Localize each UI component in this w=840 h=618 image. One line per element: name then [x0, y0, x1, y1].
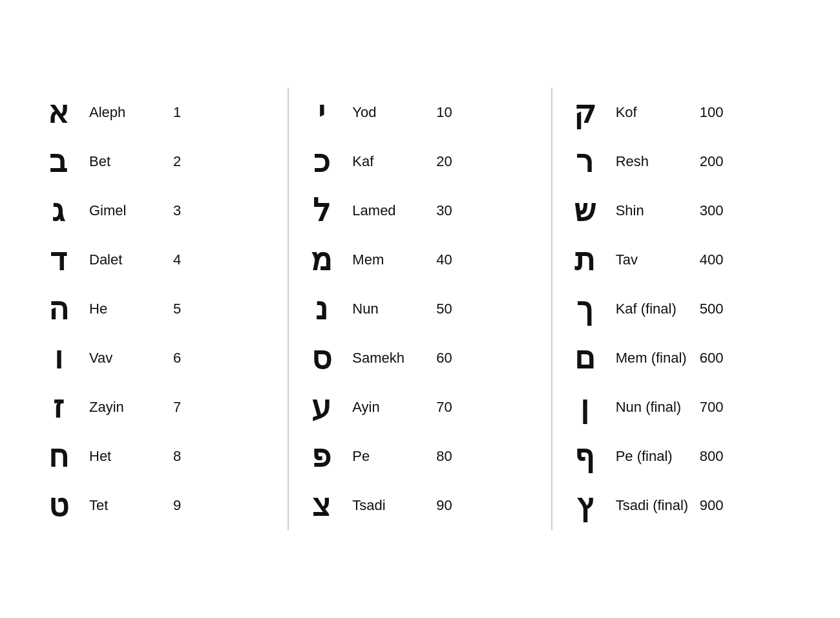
table-row: יYod10: [302, 88, 538, 137]
hebrew-character: ש: [565, 195, 604, 226]
hebrew-character: ג: [39, 195, 78, 226]
hebrew-character: ס: [302, 343, 341, 374]
letter-name: Gimel: [89, 202, 173, 219]
letter-name: Pe (final): [616, 448, 700, 465]
letter-value: 400: [700, 251, 739, 268]
letter-value: 6: [173, 350, 212, 367]
hebrew-character: ר: [565, 146, 604, 177]
table-row: ץTsadi (final)900: [565, 481, 801, 530]
letter-value: 700: [700, 399, 739, 416]
table-row: טTet9: [39, 481, 275, 530]
table-row: םMem (final)600: [565, 334, 801, 383]
table-row: נNun50: [302, 284, 538, 334]
letter-name: He: [89, 301, 173, 317]
table-row: בBet2: [39, 137, 275, 186]
letter-value: 1: [173, 104, 212, 121]
column-divider: [288, 88, 289, 530]
letter-value: 90: [436, 497, 475, 514]
letter-name: Tet: [89, 497, 173, 514]
table-row: אAleph1: [39, 88, 275, 137]
letter-value: 5: [173, 301, 212, 317]
letter-name: Nun (final): [616, 399, 700, 416]
letter-value: 900: [700, 497, 739, 514]
letter-name: Het: [89, 448, 173, 465]
letter-name: Yod: [352, 104, 436, 121]
hebrew-character: ך: [565, 293, 604, 325]
table-row: דDalet4: [39, 235, 275, 284]
hebrew-character: ז: [39, 392, 78, 423]
table-row: ךKaf (final)500: [565, 284, 801, 334]
hebrew-character: ע: [302, 392, 341, 423]
hebrew-character: ו: [39, 343, 78, 374]
letter-value: 300: [700, 202, 739, 219]
letter-value: 30: [436, 202, 475, 219]
hebrew-character: ת: [565, 244, 604, 275]
letter-name: Kaf: [352, 153, 436, 170]
table-row: ןNun (final)700: [565, 383, 801, 432]
hebrew-character: ב: [39, 146, 78, 177]
letter-value: 9: [173, 497, 212, 514]
table-row: וVav6: [39, 334, 275, 383]
letter-value: 8: [173, 448, 212, 465]
table-row: שShin300: [565, 186, 801, 235]
letter-value: 50: [436, 301, 475, 317]
table-row: צTsadi90: [302, 481, 538, 530]
letter-value: 10: [436, 104, 475, 121]
hebrew-character: ק: [565, 97, 604, 128]
hebrew-character: פ: [302, 441, 341, 472]
letter-name: Mem (final): [616, 350, 700, 367]
table-row: מMem40: [302, 235, 538, 284]
letter-name: Dalet: [89, 251, 173, 268]
letter-name: Mem: [352, 251, 436, 268]
column-divider: [551, 88, 552, 530]
letter-name: Kaf (final): [616, 301, 700, 317]
column-1: אAleph1בBet2גGimel3דDalet4הHe5וVav6זZayi…: [39, 88, 275, 530]
letter-value: 40: [436, 251, 475, 268]
letter-value: 20: [436, 153, 475, 170]
letter-name: Tav: [616, 251, 700, 268]
table-row: פPe80: [302, 432, 538, 481]
hebrew-character: ן: [565, 392, 604, 423]
table-row: זZayin7: [39, 383, 275, 432]
hebrew-character: צ: [302, 490, 341, 521]
hebrew-character: ל: [302, 195, 341, 226]
letter-name: Resh: [616, 153, 700, 170]
column-2: יYod10כKaf20לLamed30מMem40נNun50סSamekh6…: [302, 88, 538, 530]
hebrew-character: ט: [39, 490, 78, 521]
letter-value: 800: [700, 448, 739, 465]
letter-name: Nun: [352, 301, 436, 317]
letter-name: Shin: [616, 202, 700, 219]
table-row: רResh200: [565, 137, 801, 186]
letter-name: Lamed: [352, 202, 436, 219]
table-row: חHet8: [39, 432, 275, 481]
table-row: גGimel3: [39, 186, 275, 235]
letter-name: Tsadi: [352, 497, 436, 514]
hebrew-character: נ: [302, 293, 341, 325]
letter-value: 3: [173, 202, 212, 219]
hebrew-character: ם: [565, 343, 604, 374]
letter-name: Tsadi (final): [616, 497, 700, 514]
letter-name: Kof: [616, 104, 700, 121]
column-3: קKof100רResh200שShin300תTav400ךKaf (fina…: [565, 88, 801, 530]
letter-name: Samekh: [352, 350, 436, 367]
main-container: אAleph1בBet2גGimel3דDalet4הHe5וVav6זZayi…: [0, 62, 840, 556]
table-row: הHe5: [39, 284, 275, 334]
hebrew-character: ץ: [565, 490, 604, 521]
letter-value: 500: [700, 301, 739, 317]
hebrew-character: ה: [39, 293, 78, 325]
letter-name: Ayin: [352, 399, 436, 416]
letter-value: 600: [700, 350, 739, 367]
letter-name: Pe: [352, 448, 436, 465]
letter-name: Bet: [89, 153, 173, 170]
hebrew-character: כ: [302, 146, 341, 177]
letter-name: Vav: [89, 350, 173, 367]
table-row: קKof100: [565, 88, 801, 137]
letter-value: 100: [700, 104, 739, 121]
hebrew-character: א: [39, 97, 78, 128]
letter-value: 70: [436, 399, 475, 416]
hebrew-character: ח: [39, 441, 78, 472]
letter-value: 4: [173, 251, 212, 268]
letter-name: Zayin: [89, 399, 173, 416]
table-row: תTav400: [565, 235, 801, 284]
table-row: עAyin70: [302, 383, 538, 432]
